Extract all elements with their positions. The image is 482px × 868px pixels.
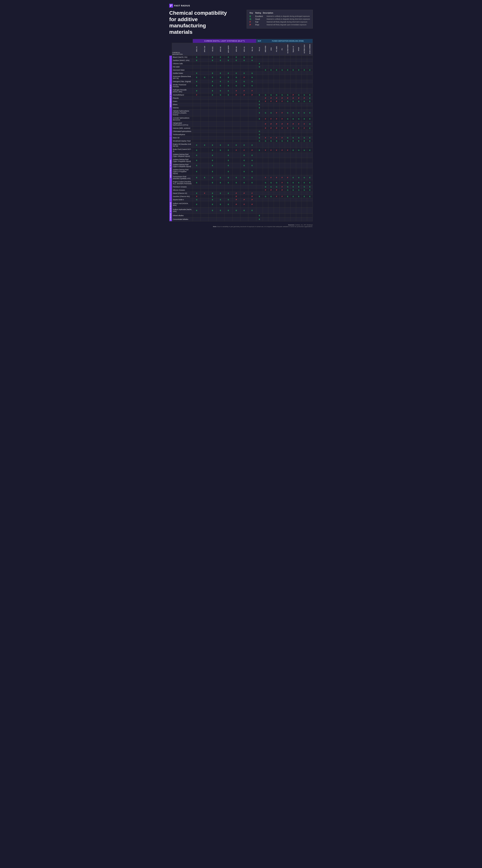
rating-cell [193,97,201,100]
rating-cell [268,56,274,59]
rating-cell [307,192,313,195]
rating-cell [217,158,224,163]
rating-cell [201,127,208,130]
rating-cell [285,163,290,168]
rating-cell: E [274,68,279,72]
rating-cell [263,143,268,148]
table-row: Sunscreen (Banana Boat, SPF 50)EGEEEGPG [169,75,313,80]
rating-cell: E [240,158,248,163]
rating-cell [240,103,248,106]
rating-cell [256,72,263,75]
rating-cell: E [217,175,224,180]
rating-cell [263,217,268,221]
rating-cell [263,83,268,88]
chemical-name: Distilled Water [172,72,193,75]
rating-cell [201,122,208,127]
rating-cell: F [274,175,279,180]
rating-cell: F [279,136,285,140]
rating-cell [193,100,201,103]
rating-cell [201,195,208,198]
rating-cell: F [279,195,285,198]
rating-cell [296,143,302,148]
rating-cell [193,62,201,65]
rating-cell [256,68,263,72]
rating-cell [290,153,296,158]
rating-cell [240,100,248,103]
rating-cell [296,158,302,163]
rating-cell: E [248,153,256,158]
legend-row-e: E Excellent Material is unlikely to degr… [250,15,310,18]
rating-cell: F [232,88,240,93]
rating-cell: G [248,72,256,75]
rating-cell: E [302,117,307,122]
table-row: Distilled WaterEEEEEEG [169,72,313,75]
rating-cell [201,213,208,217]
chemical-name: Aromatic hydrocarbons (benzene) [172,117,193,122]
rating-cell: E [240,59,248,62]
rating-cell [224,217,232,221]
rating-cell [285,65,290,68]
rating-cell [263,75,268,80]
rating-cell: G [268,140,274,143]
rating-cell: F [274,195,279,198]
rating-cell [256,198,263,202]
chemical-name: Motor Oil [172,136,193,140]
rating-cell: E [208,148,217,153]
rating-cell: P [279,122,285,127]
rating-cell [208,127,217,130]
chemical-name: Brake Fluid (Castrol DOT-4) [172,148,193,153]
rating-cell: E [208,198,217,202]
rating-cell [296,80,302,83]
rating-cell: G [285,100,290,103]
rating-cell: E [232,56,240,59]
rating-cell: F [268,148,274,153]
section-label-text-0: HOUSEHOLD CHEMICALS [169,84,172,108]
rating-cell [307,213,313,217]
rating-cell: E [217,59,224,62]
rating-cell [268,59,274,62]
rating-cell [201,80,208,83]
rating-cell: P [232,195,240,198]
col-epx82: EPX 82 [217,43,224,56]
rating-cell [217,163,224,168]
table-row: PhenolsPPPPPPPPE [169,97,313,100]
rating-cell: E [248,180,256,185]
rating-cell [201,202,208,208]
rating-cell: G [256,140,263,143]
rating-cell: E [256,136,263,140]
rating-cell: G [285,180,290,185]
rating-cell [248,62,256,65]
chemical-name: Phenols [172,97,193,100]
rating-cell [290,80,296,83]
chemical-name: Alcohol/Ethanol [172,93,193,97]
rating-cell: P [263,122,268,127]
rating-cell: F [268,136,274,140]
rating-cell [302,163,307,168]
rating-cell [302,213,307,217]
rating-cell [268,158,274,163]
table-row: Windex Powerized FormulaEEEEGGG [169,83,313,88]
rating-cell [290,88,296,93]
rating-cell [201,62,208,65]
rating-cell [240,62,248,65]
rating-cell [290,168,296,175]
rating-cell [193,103,201,106]
rating-cell: E [193,163,201,168]
table-wrap: CARBON DIGITAL LIGHT SYNTHESIS (DLS™) MJ… [169,39,313,221]
rating-cell: F [274,148,279,153]
rating-cell: G [285,189,290,192]
table-row: TrichloroethyleneG [169,133,313,136]
rating-cell [232,68,240,72]
rating-cell [232,133,240,136]
rating-cell [193,106,201,110]
rating-cell [274,143,279,148]
rating-cell [232,110,240,117]
rating-cell [263,158,268,163]
rating-cell: E [240,180,248,185]
rating-cell [201,65,208,68]
rating-cell [279,163,285,168]
chem-desc-header: CHEMICALDESCRIPTION [172,43,193,56]
rating-cell: E [307,117,313,122]
rating-cell [279,62,285,65]
rating-cell [256,59,263,62]
